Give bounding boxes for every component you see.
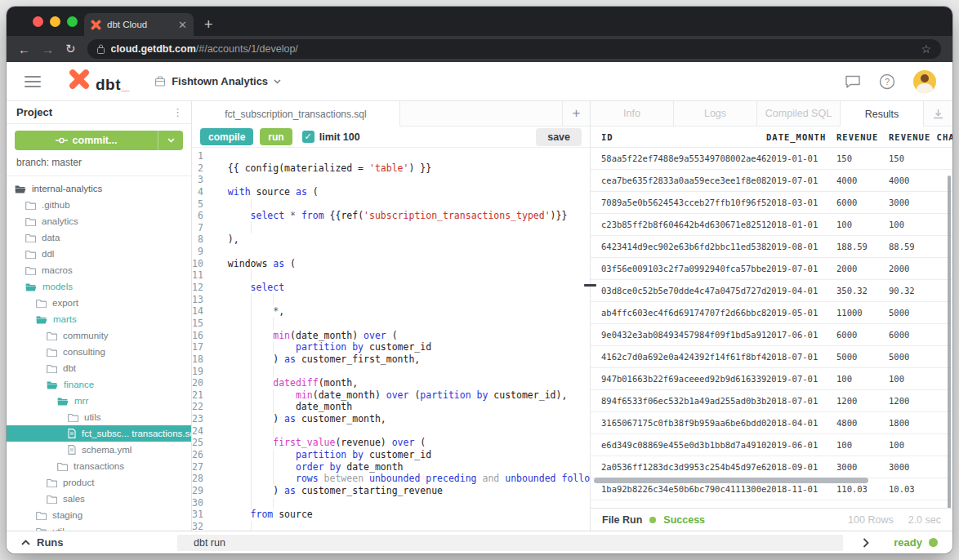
tree-item-folder[interactable]: internal-analytics bbox=[7, 180, 191, 197]
tree-item-folder[interactable]: ddl bbox=[7, 246, 191, 262]
tree-item-folder[interactable]: product bbox=[7, 474, 191, 491]
new-tab-icon[interactable]: + bbox=[204, 14, 213, 35]
results-tab-results[interactable]: Results bbox=[841, 101, 924, 127]
code-editor[interactable]: 1234567891011121314151617181920212223242… bbox=[192, 148, 590, 531]
vertical-scrollbar[interactable] bbox=[948, 176, 951, 508]
table-row: 7089a5e0b5624543cceb27ffb10f96f52018-03-… bbox=[591, 192, 952, 214]
tree-item-label: finance bbox=[64, 380, 94, 389]
folder-icon bbox=[68, 413, 78, 422]
url-field[interactable]: cloud.getdbt.com/#/accounts/1/develop/ ☆ bbox=[87, 39, 941, 59]
lock-icon bbox=[97, 44, 105, 54]
new-file-tab-icon[interactable]: + bbox=[562, 101, 590, 127]
back-icon[interactable]: ← bbox=[18, 42, 30, 56]
chat-icon[interactable] bbox=[845, 74, 861, 89]
forward-icon[interactable]: → bbox=[42, 42, 54, 56]
table-cell: 7089a5e0b5624543cceb27ffb10f96f5 bbox=[601, 198, 766, 207]
chevron-down-icon bbox=[274, 79, 281, 84]
tree-item-folder[interactable]: .github bbox=[7, 197, 191, 213]
code-line: select * from {{ref('subscription_transa… bbox=[210, 210, 590, 222]
horizontal-scrollbar[interactable] bbox=[594, 478, 868, 483]
chevron-up-icon bbox=[21, 540, 30, 545]
help-icon[interactable]: ? bbox=[879, 73, 895, 90]
tree-item-folder[interactable]: finance bbox=[7, 376, 191, 393]
compile-button[interactable]: compile bbox=[200, 128, 253, 145]
tree-item-folder[interactable]: marts bbox=[7, 311, 191, 327]
dbt-brand[interactable]: dbt_ bbox=[69, 69, 130, 94]
code-line bbox=[210, 497, 590, 509]
close-window-button[interactable] bbox=[33, 16, 43, 27]
menu-icon[interactable] bbox=[25, 76, 41, 87]
tab-close-icon[interactable]: ✕ bbox=[178, 19, 187, 31]
commit-dropdown-button[interactable] bbox=[158, 131, 183, 150]
zoom-window-button[interactable] bbox=[67, 16, 78, 27]
line-number: 4 bbox=[192, 186, 210, 198]
tree-item-file[interactable]: schema.yml bbox=[7, 442, 191, 458]
account-switcher[interactable]: Fishtown Analytics bbox=[154, 75, 281, 87]
tree-item-folder[interactable]: staging bbox=[7, 507, 191, 523]
bookmark-star-icon[interactable]: ☆ bbox=[921, 42, 931, 56]
limit-checkbox[interactable]: ✓ bbox=[302, 131, 314, 143]
tree-item-folder[interactable]: export bbox=[7, 295, 191, 311]
results-tab-logs[interactable]: Logs bbox=[674, 101, 757, 127]
tree-item-folder[interactable]: macros bbox=[7, 262, 191, 278]
folder-icon bbox=[25, 201, 36, 210]
kebab-menu-icon[interactable]: ⋮ bbox=[172, 106, 183, 118]
chevron-right-icon[interactable] bbox=[863, 538, 869, 548]
code-line: ) as customer_first_month, bbox=[210, 353, 590, 366]
table-cell: 2a0536ff1283dc3d9953c254b45d97e6 bbox=[601, 462, 766, 472]
tree-item-label: mrr bbox=[74, 396, 88, 406]
tree-item-folder[interactable]: community bbox=[7, 327, 191, 344]
tree-item-folder[interactable]: utils bbox=[7, 409, 191, 425]
results-tab-info[interactable]: Info bbox=[591, 101, 674, 127]
tree-item-label: sales bbox=[63, 494, 85, 504]
code-line: order by date_month bbox=[210, 461, 590, 473]
command-input[interactable]: dbt run bbox=[177, 535, 843, 551]
panel-resize-handle[interactable] bbox=[584, 284, 596, 287]
tree-item-folder[interactable]: consulting bbox=[7, 344, 191, 360]
table-cell: 2018-07-01 bbox=[766, 396, 836, 406]
app-header: dbt_ Fishtown Analytics ? bbox=[7, 62, 952, 101]
tree-item-folder[interactable]: dbt bbox=[7, 360, 191, 376]
folder-icon bbox=[36, 511, 47, 520]
editor-tab-active[interactable]: fct_subscription_transactions.sql bbox=[192, 101, 400, 127]
table-cell: 100 bbox=[836, 220, 889, 229]
folder-open-icon bbox=[57, 397, 69, 406]
table-row: 947b01663b22f69aceeed92b9d6163392019-07-… bbox=[591, 368, 952, 390]
table-cell: 4800 bbox=[836, 418, 889, 428]
download-results-icon[interactable] bbox=[924, 101, 952, 127]
runs-toggle[interactable]: Runs bbox=[7, 536, 177, 549]
folder-icon bbox=[25, 266, 36, 275]
table-cell: 08dbb073181ab2313ca9220cb6d63fd8 bbox=[601, 506, 766, 508]
tree-item-folder[interactable]: transactions bbox=[7, 458, 191, 474]
tree-item-folder[interactable]: analytics bbox=[7, 213, 191, 229]
folder-icon bbox=[25, 217, 36, 226]
commit-button[interactable]: commit... bbox=[15, 131, 183, 150]
avatar[interactable] bbox=[913, 70, 936, 93]
reload-icon[interactable]: ↻ bbox=[65, 42, 76, 56]
line-number: 5 bbox=[192, 198, 210, 211]
table-cell: 2018-07-01 bbox=[766, 352, 836, 362]
run-button[interactable]: run bbox=[260, 128, 292, 145]
tree-item-folder[interactable]: data bbox=[7, 229, 191, 246]
tree-item-folder[interactable]: mrr bbox=[7, 393, 191, 409]
browser-urlbar: ← → ↻ cloud.getdbt.com/#/accounts/1/deve… bbox=[7, 36, 952, 62]
save-button[interactable]: save bbox=[536, 128, 582, 146]
browser-tab[interactable]: dbt Cloud ✕ bbox=[84, 13, 194, 36]
line-number: 11 bbox=[192, 269, 210, 282]
tree-item-folder[interactable]: util bbox=[7, 523, 191, 531]
table-row: ab4ffc603ec4f6d69174707f2d66bbc82019-05-… bbox=[591, 302, 952, 324]
table-cell: 6000 bbox=[836, 198, 889, 207]
code-lines: {{ config(materialized = 'table') }}with… bbox=[210, 150, 590, 531]
table-cell: 10.03 bbox=[889, 484, 952, 494]
table-cell: 58aa5f22ef7488e9a55349708002ae46 bbox=[601, 153, 766, 163]
results-tab-compiled-sql[interactable]: Compiled SQL bbox=[757, 101, 841, 127]
tree-item-folder[interactable]: models bbox=[7, 278, 191, 295]
table-cell: 5000 bbox=[836, 352, 889, 362]
code-line: select bbox=[210, 282, 590, 294]
line-number: 27 bbox=[192, 461, 210, 473]
tree-item-folder[interactable]: sales bbox=[7, 491, 191, 507]
minimize-window-button[interactable] bbox=[50, 16, 60, 27]
tree-item-label: consulting bbox=[63, 347, 105, 357]
tree-item-file[interactable]: fct_subsc... transactions.sql bbox=[7, 425, 191, 442]
browser-tab-title: dbt Cloud bbox=[107, 20, 172, 29]
